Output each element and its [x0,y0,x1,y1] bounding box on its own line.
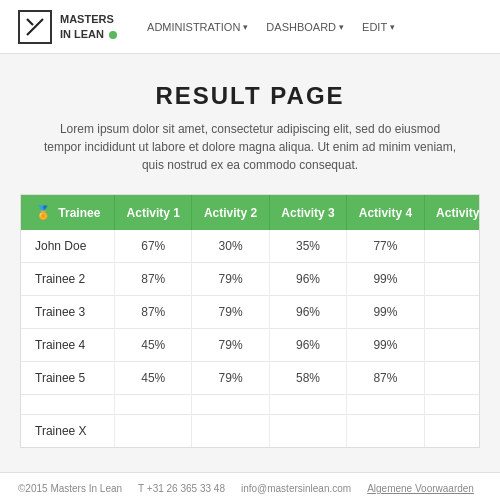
svg-line-1 [27,19,33,25]
activity-cell: 99% [347,329,424,362]
activity-cell: 99% [347,296,424,329]
activity-cell: 35% [269,230,346,263]
table-body: John Doe67%30%35%77%Trainee 287%79%96%99… [21,230,480,447]
activity-cell [424,329,480,362]
col-activity2: Activity 2 [192,195,269,230]
activity-cell: 87% [115,296,192,329]
activity-cell: 79% [192,329,269,362]
table-row: Trainee 545%79%58%87% [21,362,480,395]
activity-cell [115,395,192,415]
activity-cell: 77% [347,230,424,263]
trainee-name-cell: Trainee 2 [21,263,115,296]
nav-dashboard[interactable]: DASHBOARD ▾ [266,21,344,33]
table-row [21,395,480,415]
activity-cell [192,415,269,448]
activity-cell [269,415,346,448]
activity-cell: 79% [192,362,269,395]
footer-copyright: ©2015 Masters In Lean [18,483,122,494]
activity-cell [269,395,346,415]
table-header-row: 🏅 Trainee Activity 1 Activity 2 Activity… [21,195,480,230]
activity-cell [192,395,269,415]
trainee-name-cell: Trainee 3 [21,296,115,329]
logo-dot [109,31,117,39]
activity-cell [424,362,480,395]
activity-cell: 79% [192,263,269,296]
activity-cell: 67% [115,230,192,263]
activity-cell [424,263,480,296]
logo-area: MASTERS IN LEAN [18,10,117,44]
col-trainee: 🏅 Trainee [21,195,115,230]
main-nav: ADMINISTRATION ▾ DASHBOARD ▾ EDIT ▾ [147,21,395,33]
activity-cell [115,415,192,448]
nav-edit[interactable]: EDIT ▾ [362,21,395,33]
results-table: 🏅 Trainee Activity 1 Activity 2 Activity… [21,195,480,447]
activity-cell: 96% [269,296,346,329]
col-activity3: Activity 3 [269,195,346,230]
col-activity4: Activity 4 [347,195,424,230]
nav-administration[interactable]: ADMINISTRATION ▾ [147,21,248,33]
logo-text: MASTERS IN LEAN [60,12,117,41]
trainee-name-cell: Trainee X [21,415,115,448]
activity-cell: 45% [115,362,192,395]
activity-cell [424,230,480,263]
trainee-icon: 🏅 [35,205,51,220]
activity-cell [347,395,424,415]
header: MASTERS IN LEAN ADMINISTRATION ▾ DASHBOA… [0,0,500,54]
activity-cell: 79% [192,296,269,329]
activity-cell: 58% [269,362,346,395]
col-activity5: Activity 5 [424,195,480,230]
activity-cell: 96% [269,263,346,296]
activity-cell: 45% [115,329,192,362]
activity-cell: 30% [192,230,269,263]
footer-email: info@mastersinlean.com [241,483,351,494]
trainee-name-cell: Trainee 5 [21,362,115,395]
footer-link[interactable]: Algemene Voorwaarden [367,483,474,494]
trainee-name-cell: John Doe [21,230,115,263]
footer-phone: T +31 26 365 33 48 [138,483,225,494]
activity-cell [347,415,424,448]
chevron-down-icon: ▾ [339,22,344,32]
footer: ©2015 Masters In Lean T +31 26 365 33 48… [0,472,500,500]
table-row: Trainee 445%79%96%99% [21,329,480,362]
activity-cell [424,296,480,329]
results-table-wrapper: 🏅 Trainee Activity 1 Activity 2 Activity… [20,194,480,448]
table-row: Trainee X [21,415,480,448]
page-description: Lorem ipsum dolor sit amet, consectetur … [40,120,460,174]
activity-cell: 87% [347,362,424,395]
page-title: RESULT PAGE [20,82,480,110]
activity-cell: 96% [269,329,346,362]
col-activity1: Activity 1 [115,195,192,230]
activity-cell: 87% [115,263,192,296]
table-row: Trainee 287%79%96%99% [21,263,480,296]
main-content: RESULT PAGE Lorem ipsum dolor sit amet, … [0,54,500,458]
chevron-down-icon: ▾ [390,22,395,32]
table-row: Trainee 387%79%96%99% [21,296,480,329]
activity-cell: 99% [347,263,424,296]
chevron-down-icon: ▾ [243,22,248,32]
trainee-name-cell [21,395,115,415]
activity-cell [424,415,480,448]
table-row: John Doe67%30%35%77% [21,230,480,263]
trainee-name-cell: Trainee 4 [21,329,115,362]
activity-cell [424,395,480,415]
logo-box [18,10,52,44]
